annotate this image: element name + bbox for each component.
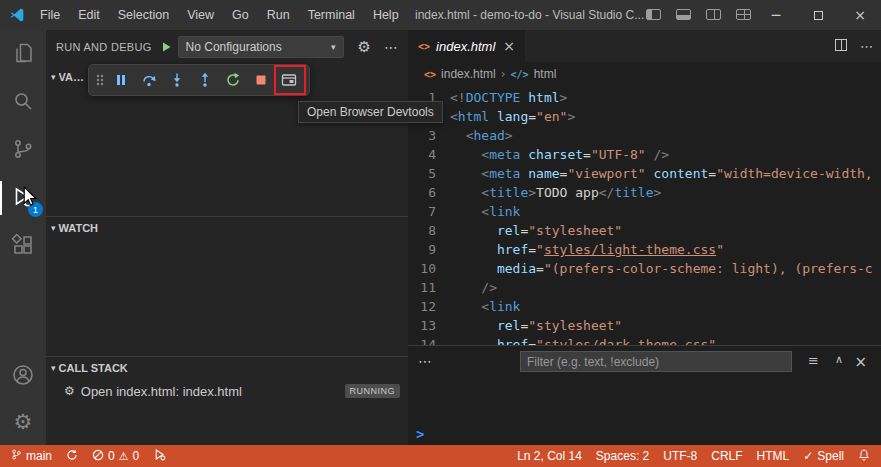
step-over-button[interactable] [135, 66, 163, 94]
pause-button[interactable] [107, 66, 135, 94]
menu-file[interactable]: File [31, 0, 69, 30]
sidebar-header: RUN AND DEBUG No Configurations ▾ ⚙ ⋯ [46, 30, 408, 64]
panel-more-actions-icon[interactable]: ⋯ [418, 353, 432, 369]
config-dropdown-value: No Configurations [186, 40, 282, 54]
menu-terminal[interactable]: Terminal [299, 0, 364, 30]
toggle-primary-sidebar-icon[interactable] [646, 8, 661, 23]
sidebar-item-extensions[interactable] [0, 222, 46, 270]
line-number[interactable]: 13 [408, 316, 436, 335]
account-button[interactable] [0, 352, 46, 400]
cursor-position-item[interactable]: Ln 2, Col 14 [510, 445, 589, 467]
line-number[interactable]: 7 [408, 202, 436, 221]
maximize-button[interactable] [797, 0, 839, 30]
step-into-button[interactable] [163, 66, 191, 94]
customize-layout-icon[interactable] [736, 8, 751, 23]
sidebar-item-search[interactable] [0, 78, 46, 126]
chevron-up-icon[interactable]: ∧ [835, 353, 843, 366]
debug-status-item[interactable] [146, 445, 173, 467]
panel-header: ⋯ ≡ ∧ × [408, 346, 881, 376]
code-line[interactable]: 1<!DOCTYPE html> [408, 88, 881, 107]
code-line[interactable]: 12 <link [408, 297, 881, 316]
line-number[interactable]: 5 [408, 164, 436, 183]
line-number[interactable]: 9 [408, 240, 436, 259]
menu-selection[interactable]: Selection [109, 0, 178, 30]
stop-button[interactable] [247, 66, 275, 94]
code-lines[interactable]: 1<!DOCTYPE html>2<html lang="en">3 <head… [408, 86, 881, 345]
start-debugging-icon[interactable] [160, 41, 172, 53]
code-line[interactable]: 14 href="styles/dark-theme.css" [408, 335, 881, 345]
toggle-secondary-sidebar-icon[interactable] [706, 8, 721, 23]
tab-close-icon[interactable]: × [503, 38, 515, 54]
close-button[interactable]: × [839, 0, 881, 30]
code-line[interactable]: 2<html lang="en"> [408, 107, 881, 126]
sync-icon [66, 449, 78, 464]
debug-config-dropdown[interactable]: No Configurations ▾ [178, 36, 344, 58]
problems-item[interactable]: 0 ⚠ 0 [85, 445, 146, 467]
call-stack-session-row[interactable]: ⚙ Open index.html: index.html RUNNING [46, 380, 408, 402]
watch-section-header[interactable]: ▾ WATCH [46, 216, 408, 238]
line-number[interactable]: 11 [408, 278, 436, 297]
line-number[interactable]: 10 [408, 259, 436, 278]
toggle-panel-icon[interactable] [676, 8, 691, 23]
menu-go[interactable]: Go [223, 0, 258, 30]
filter-icon[interactable]: ≡ [808, 353, 819, 368]
code-line[interactable]: 7 <link [408, 202, 881, 221]
sidebar-more-actions-icon[interactable]: ⋯ [384, 39, 398, 55]
line-number[interactable]: 8 [408, 221, 436, 240]
restart-button[interactable] [219, 66, 247, 94]
twisty-icon: ▾ [51, 363, 56, 373]
debug-gear-icon[interactable]: ⚙ [358, 38, 371, 56]
code-line[interactable]: 13 rel="stylesheet" [408, 316, 881, 335]
step-out-button[interactable] [191, 66, 219, 94]
code-line[interactable]: 11 /> [408, 278, 881, 297]
settings-gear-button[interactable]: ⚙ [0, 398, 46, 446]
code-line[interactable]: 4 <meta charset="UTF-8" /> [408, 145, 881, 164]
menubar: FileEditSelectionViewGoRunTerminalHelp [31, 0, 408, 30]
sidebar-item-explorer[interactable] [0, 30, 46, 78]
sidebar-item-source-control[interactable] [0, 126, 46, 174]
git-branch-item[interactable]: main [4, 445, 59, 467]
encoding-item[interactable]: UTF-8 [656, 445, 704, 467]
notifications-item[interactable] [851, 445, 877, 467]
console-prompt-icon[interactable]: > [416, 426, 424, 442]
code-line[interactable]: 5 <meta name="viewport" content="width=d… [408, 164, 881, 183]
code-line[interactable]: 3 <head> [408, 126, 881, 145]
warning-count: 0 [133, 449, 140, 463]
line-number[interactable]: 3 [408, 126, 436, 145]
vscode-logo-icon [9, 7, 25, 23]
breadcrumb-symbol[interactable]: html [534, 67, 557, 81]
call-stack-section-header[interactable]: ▾ CALL STACK [46, 356, 408, 378]
breadcrumb-file[interactable]: index.html [441, 67, 496, 81]
split-editor-icon[interactable] [835, 39, 847, 54]
code-line[interactable]: 6 <title>TODO app</title> [408, 183, 881, 202]
spell-checker-item[interactable]: ✓ Spell [796, 445, 851, 467]
language-mode-item[interactable]: HTML [750, 445, 797, 467]
menu-edit[interactable]: Edit [69, 0, 109, 30]
account-icon [11, 363, 35, 390]
title-bar: FileEditSelectionViewGoRunTerminalHelp i… [0, 0, 881, 30]
code-line[interactable]: 10 media="(prefers-color-scheme: light),… [408, 259, 881, 278]
sidebar-item-run-and-debug[interactable]: 1 [0, 174, 46, 222]
open-browser-devtools-button[interactable] [275, 66, 303, 94]
eol-item[interactable]: CRLF [704, 445, 749, 467]
editor-more-actions-icon[interactable]: ⋯ [860, 39, 873, 54]
line-number[interactable]: 4 [408, 145, 436, 164]
variables-label: VARIABLES [59, 71, 89, 83]
twisty-icon: ▾ [51, 223, 56, 233]
line-number[interactable]: 12 [408, 297, 436, 316]
code-line[interactable]: 8 rel="stylesheet" [408, 221, 881, 240]
indentation-item[interactable]: Spaces: 2 [589, 445, 656, 467]
tab-index-html[interactable]: <> index.html × [408, 30, 525, 62]
line-number[interactable]: 6 [408, 183, 436, 202]
menu-help[interactable]: Help [364, 0, 408, 30]
console-filter-input[interactable] [520, 351, 792, 372]
menu-view[interactable]: View [178, 0, 223, 30]
panel-close-icon[interactable]: × [854, 353, 867, 371]
menu-run[interactable]: Run [258, 0, 299, 30]
minimize-button[interactable]: ─ [755, 0, 797, 30]
line-number[interactable]: 14 [408, 335, 436, 345]
sync-changes-item[interactable] [59, 445, 85, 467]
running-badge: RUNNING [345, 384, 401, 398]
code-line[interactable]: 9 href="styles/light-theme.css" [408, 240, 881, 259]
drag-handle-icon[interactable] [93, 72, 107, 88]
